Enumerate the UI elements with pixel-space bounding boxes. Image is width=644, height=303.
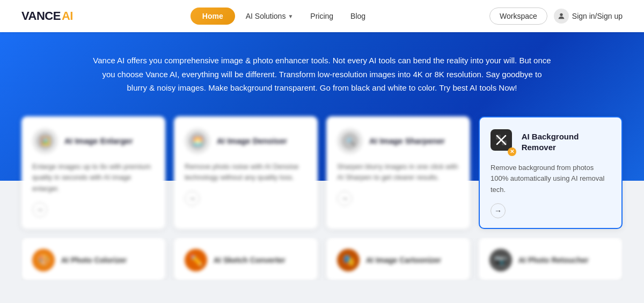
colorizer-icon: 🎨 [32,249,55,271]
denoiser-icon: 🌅 [185,128,210,154]
card-sketch[interactable]: ✏️ AI Sketch Converter [174,238,318,280]
workspace-button[interactable]: Workspace [489,8,547,25]
card-denoiser[interactable]: 🌅 AI Image Denoiser Remove photo noise w… [174,116,318,229]
navbar: VANCE AI Home AI Solutions ▼ Pricing Blo… [0,0,644,32]
retoucher-icon: 📷 [489,249,512,271]
user-icon [554,9,569,24]
denoiser-arrow[interactable]: → [185,191,200,206]
sharpener-icon: 🔍 [337,128,363,154]
enlarger-arrow[interactable]: → [32,202,47,217]
enlarger-title: AI Image Enlarger [64,136,133,146]
sketch-icon: ✏️ [185,249,207,271]
card-retoucher[interactable]: 📷 AI Photo Retoucher [479,238,623,280]
logo[interactable]: VANCE AI [21,9,73,23]
card-colorizer[interactable]: 🎨 AI Photo Colorizer [21,238,165,280]
nav-blog-link[interactable]: Blog [344,8,372,25]
card-cartoonizer[interactable]: 🎭 AI Image Cartoonizer [326,238,470,280]
enlarger-desc: Enlarge images up to 8x with premium qua… [32,161,155,195]
bg-remover-icon: ✕ [491,129,515,155]
denoiser-desc: Remove photo noise with AI Denoise techn… [185,161,307,184]
chevron-down-icon: ▼ [288,13,293,19]
card-sharpener[interactable]: 🔍 AI Image Sharpener Sharpen blurry imag… [326,116,470,229]
svg-rect-3 [502,141,507,145]
sketch-title: AI Sketch Converter [214,256,286,264]
hero-text: Vance AI offers you comprehensive image … [91,54,553,95]
sharpener-title: AI Image Sharpener [369,136,445,146]
svg-rect-2 [496,135,501,139]
nav-ai-solutions-link[interactable]: AI Solutions ▼ [239,8,300,25]
retoucher-title: AI Photo Retoucher [518,256,589,264]
logo-vance: VANCE [21,9,61,23]
sharpener-arrow[interactable]: → [337,191,352,206]
bg-remover-arrow[interactable]: → [491,203,506,218]
svg-point-0 [560,13,562,16]
nav-right: Workspace Sign in/Sign up [489,8,623,25]
denoiser-title: AI Image Denoiser [217,136,287,146]
sharpener-desc: Sharpen blurry images in one click with … [337,161,459,184]
nav-home-button[interactable]: Home [191,8,235,25]
logo-ai: AI [62,9,73,23]
cartoonizer-icon: 🎭 [337,249,360,271]
card-enlarger[interactable]: 🖼️ AI Image Enlarger Enlarge images up t… [21,116,165,229]
cards-grid-row2: 🎨 AI Photo Colorizer ✏️ AI Sketch Conver… [21,238,623,280]
colorizer-title: AI Photo Colorizer [61,256,127,264]
enlarger-icon: 🖼️ [32,128,58,154]
bg-remover-title: AI Background Remover [522,131,611,152]
nav-pricing-link[interactable]: Pricing [304,8,340,25]
card-bg-remover[interactable]: ✕ AI Background Remover Remove backgroun… [479,116,623,229]
cards-bottom-peek: 🎨 AI Photo Colorizer ✏️ AI Sketch Conver… [21,238,623,280]
signin-button[interactable]: Sign in/Sign up [554,9,623,24]
bg-remover-desc: Remove background from photos 100% autom… [491,162,611,196]
cards-grid-row1: 🖼️ AI Image Enlarger Enlarge images up t… [21,116,623,229]
cartoonizer-title: AI Image Cartoonizer [366,256,441,264]
nav-links: Home AI Solutions ▼ Pricing Blog [191,8,372,25]
cards-section: 🖼️ AI Image Enlarger Enlarge images up t… [0,116,644,297]
